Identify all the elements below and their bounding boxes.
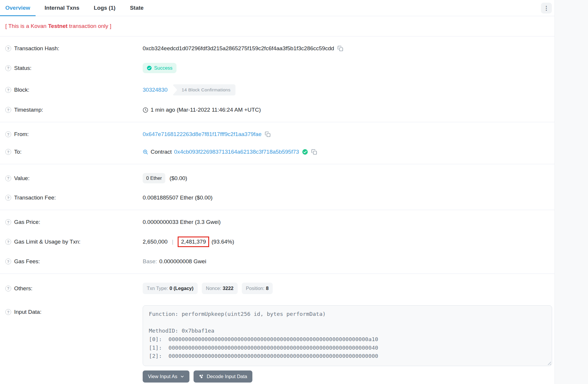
help-icon[interactable]: ? bbox=[5, 259, 11, 264]
row-status: ? Status: Success bbox=[0, 57, 554, 79]
status-label: Status: bbox=[14, 65, 31, 71]
help-icon[interactable]: ? bbox=[5, 107, 11, 113]
row-others: ? Others: Txn Type:0 (Legacy) Nonce:3222… bbox=[0, 277, 554, 300]
from-address-link[interactable]: 0x647e7168122263d8e7f81f17fff9c2f1aa379f… bbox=[143, 131, 261, 137]
copy-icon bbox=[311, 149, 317, 155]
from-label: From: bbox=[14, 131, 29, 137]
row-timestamp: ? Timestamp: 1 min ago (Mar-11-2022 11:4… bbox=[0, 101, 554, 119]
testnet-note-suffix: transaction only ] bbox=[68, 23, 111, 29]
gas-limit-usage-label: Gas Limit & Usage by Txn: bbox=[14, 239, 81, 245]
usd-value: ($0.00) bbox=[169, 175, 187, 182]
row-block: ? Block: 30324830 14 Block Confirmations bbox=[0, 79, 554, 101]
section-addresses: ? From: 0x647e7168122263d8e7f81f17fff9c2… bbox=[0, 122, 554, 164]
nonce-badge: Nonce:3222 bbox=[202, 283, 238, 294]
help-icon[interactable]: ? bbox=[5, 219, 11, 225]
others-label: Others: bbox=[14, 285, 32, 292]
section-summary: ? Transaction Hash: 0xcb324eedcd1d07296f… bbox=[0, 36, 554, 122]
copy-to-address-button[interactable] bbox=[311, 149, 317, 155]
annotation-red-box: 2,481,379 bbox=[178, 237, 209, 247]
block-confirmations-badge: 14 Block Confirmations bbox=[172, 84, 236, 95]
help-icon[interactable]: ? bbox=[5, 65, 11, 71]
row-to: ? To: Contract 0x4cb093f226983713164a621… bbox=[0, 143, 554, 161]
section-gas: ? Gas Price: 0.0000000033 Ether (3.3 Gwe… bbox=[0, 210, 554, 274]
row-transaction-fee: ? Transaction Fee: 0.0081885507 Ether ($… bbox=[0, 189, 554, 207]
tab-state[interactable]: State bbox=[125, 0, 149, 16]
caret-down-icon bbox=[180, 375, 184, 378]
view-input-as-button[interactable]: View Input As bbox=[143, 370, 189, 383]
more-options-button[interactable]: ⋮ bbox=[541, 3, 552, 14]
gas-limit-value: 2,650,000 bbox=[143, 239, 168, 245]
txn-type-badge: Txn Type:0 (Legacy) bbox=[143, 283, 198, 294]
transaction-hash-value: 0xcb324eedcd1d07296fdf3d215a2865275f159c… bbox=[143, 45, 334, 52]
input-data-label: Input Data: bbox=[14, 309, 41, 315]
transaction-overview-card: Overview Internal Txns Logs (1) State ⋮ … bbox=[0, 0, 554, 384]
gas-separator: | bbox=[172, 239, 174, 245]
row-input-data: ? Input Data: Function: performUpkeep(ui… bbox=[0, 300, 554, 384]
timestamp-value: 1 min ago (Mar-11-2022 11:46:24 AM +UTC) bbox=[151, 107, 261, 113]
verified-check-icon bbox=[302, 149, 308, 155]
decode-icon bbox=[199, 374, 204, 379]
tab-internal-txns[interactable]: Internal Txns bbox=[39, 0, 85, 16]
contract-word: Contract bbox=[151, 149, 172, 155]
section-value-fee: ? Value: 0 Ether ($0.00) ? Transaction F… bbox=[0, 164, 554, 210]
page-background-strip bbox=[554, 0, 588, 384]
clock-icon bbox=[143, 107, 148, 113]
help-icon[interactable]: ? bbox=[5, 131, 11, 137]
status-badge: Success bbox=[143, 63, 176, 73]
help-icon[interactable]: ? bbox=[5, 87, 11, 93]
tab-bar: Overview Internal Txns Logs (1) State ⋮ bbox=[0, 0, 554, 16]
gas-price-value: 0.0000000033 Ether (3.3 Gwei) bbox=[143, 219, 221, 225]
to-label: To: bbox=[14, 149, 21, 155]
to-address-link[interactable]: 0x4cb093f226983713164a62138c3f718a5b595f… bbox=[174, 149, 299, 155]
testnet-note-bold: Testnet bbox=[48, 23, 67, 29]
copy-icon bbox=[337, 45, 344, 52]
row-from: ? From: 0x647e7168122263d8e7f81f17fff9c2… bbox=[0, 125, 554, 143]
tab-overview[interactable]: Overview bbox=[0, 0, 36, 16]
row-gas-price: ? Gas Price: 0.0000000033 Ether (3.3 Gwe… bbox=[0, 213, 554, 231]
help-icon[interactable]: ? bbox=[5, 149, 11, 155]
kebab-icon: ⋮ bbox=[544, 5, 549, 11]
status-text: Success bbox=[154, 65, 172, 71]
timestamp-label: Timestamp: bbox=[14, 107, 43, 113]
tab-logs[interactable]: Logs (1) bbox=[89, 0, 121, 16]
base-fee-value: 0.000000008 Gwei bbox=[159, 258, 206, 265]
transaction-fee-label: Transaction Fee: bbox=[14, 194, 56, 201]
copy-transaction-hash-button[interactable] bbox=[337, 45, 344, 52]
check-circle-icon bbox=[147, 66, 152, 71]
row-gas-fees: ? Gas Fees: Base: 0.000000008 Gwei bbox=[0, 253, 554, 270]
help-icon[interactable]: ? bbox=[5, 46, 11, 51]
section-others-input: ? Others: Txn Type:0 (Legacy) Nonce:3222… bbox=[0, 274, 554, 384]
testnet-note-prefix: [ This is a Kovan bbox=[5, 23, 48, 29]
gas-used-value: 2,481,379 bbox=[181, 239, 206, 245]
transaction-hash-label: Transaction Hash: bbox=[14, 45, 59, 52]
decode-input-data-button[interactable]: Decode Input Data bbox=[194, 370, 253, 383]
zoom-contract-icon[interactable] bbox=[143, 149, 148, 155]
gas-used-percent: (93.64%) bbox=[211, 239, 234, 245]
gas-price-label: Gas Price: bbox=[14, 219, 40, 225]
value-label: Value: bbox=[14, 175, 29, 182]
input-data-textarea[interactable]: Function: performUpkeep(uint256 id, byte… bbox=[143, 305, 552, 366]
row-transaction-hash: ? Transaction Hash: 0xcb324eedcd1d07296f… bbox=[0, 40, 554, 57]
block-number-link[interactable]: 30324830 bbox=[143, 87, 168, 93]
copy-icon bbox=[264, 131, 271, 137]
help-icon[interactable]: ? bbox=[5, 175, 11, 181]
gas-fees-label: Gas Fees: bbox=[14, 258, 40, 265]
testnet-note: [ This is a Kovan Testnet transaction on… bbox=[0, 16, 554, 36]
help-icon[interactable]: ? bbox=[5, 195, 11, 201]
position-badge: Position:8 bbox=[242, 283, 273, 294]
help-icon[interactable]: ? bbox=[5, 286, 11, 291]
row-value: ? Value: 0 Ether ($0.00) bbox=[0, 167, 554, 189]
transaction-fee-value: 0.0081885507 Ether ($0.00) bbox=[143, 194, 213, 201]
row-gas-limit-usage: ? Gas Limit & Usage by Txn: 2,650,000 | … bbox=[0, 231, 554, 253]
copy-from-address-button[interactable] bbox=[264, 131, 271, 137]
help-icon[interactable]: ? bbox=[5, 309, 11, 315]
ether-value-badge: 0 Ether bbox=[143, 173, 165, 183]
block-label: Block: bbox=[14, 87, 29, 93]
base-fee-label: Base: bbox=[143, 258, 157, 265]
help-icon[interactable]: ? bbox=[5, 239, 11, 245]
